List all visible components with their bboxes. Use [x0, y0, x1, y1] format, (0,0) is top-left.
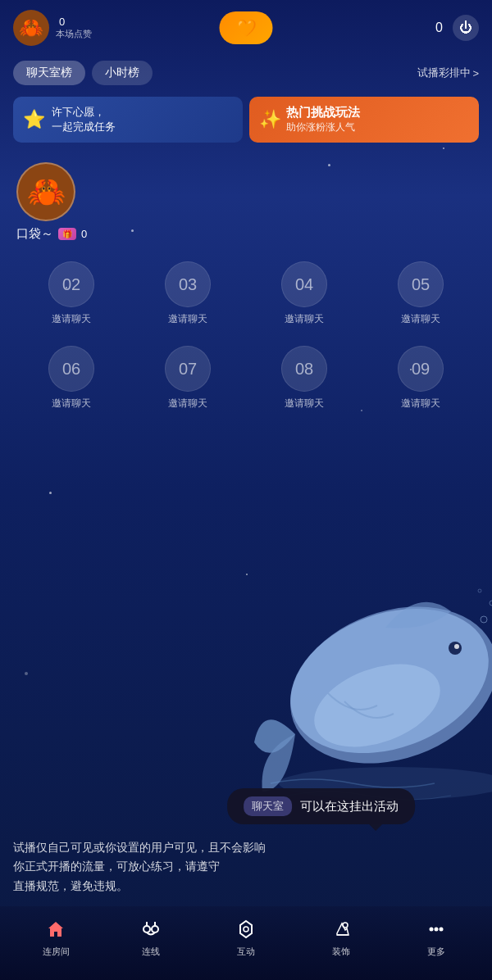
nav-connect-label: 连线: [142, 946, 160, 958]
tabs-row: 聊天室榜 小时榜 试播彩排中 >: [0, 56, 492, 90]
banner-right-icon: ✨: [259, 109, 281, 130]
seat-06-number: 06: [62, 360, 80, 379]
likes-label: 本场点赞: [56, 28, 92, 40]
svg-point-6: [481, 616, 487, 623]
seats-row-2: 06 邀请聊天 07 邀请聊天 08 邀请聊天 09 邀请聊天: [13, 346, 479, 411]
bottom-nav: 连房间 连线 互动: [0, 906, 492, 980]
nav-item-more[interactable]: 更多: [389, 916, 484, 958]
seat-03-number: 03: [179, 275, 197, 294]
more-icon: [423, 916, 449, 942]
seat-03[interactable]: 03 邀请聊天: [155, 261, 221, 326]
svg-point-18: [435, 927, 439, 931]
nav-item-decorate[interactable]: 装饰: [294, 916, 389, 958]
nav-item-room[interactable]: 连房间: [8, 916, 103, 958]
banner-left-text: 许下心愿， 一起完成任务: [52, 105, 116, 134]
seat-02[interactable]: 02 邀请聊天: [39, 261, 104, 326]
banner-left[interactable]: ⭐ 许下心愿， 一起完成任务: [13, 97, 243, 143]
gift-icon: 🎁: [62, 229, 72, 238]
host-name-row: 口袋～ 🎁 0: [16, 226, 87, 242]
notice-line1: 试播仅自己可见或你设置的用户可见，且不会影响: [13, 841, 266, 854]
seat-04[interactable]: 04 邀请聊天: [271, 261, 337, 326]
header-right: 0 ⏻: [435, 15, 479, 41]
svg-point-4: [454, 644, 459, 649]
seat-07[interactable]: 07 邀请聊天: [155, 346, 221, 411]
seat-09-circle: 09: [398, 346, 444, 392]
host-gift-count: 0: [81, 228, 87, 240]
connect-icon: [138, 916, 164, 942]
svg-point-9: [144, 926, 150, 932]
heart-button[interactable]: 🧡: [220, 11, 273, 44]
header-center: 🧡: [220, 11, 273, 44]
seat-05[interactable]: 05 邀请聊天: [388, 261, 453, 326]
nav-more-label: 更多: [427, 946, 445, 958]
host-avatar[interactable]: 🦀: [16, 162, 75, 221]
banner-right-line1: 热门挑战玩法: [286, 105, 360, 120]
seat-07-label: 邀请聊天: [168, 397, 207, 411]
seat-04-label: 邀请聊天: [285, 312, 324, 326]
trial-link[interactable]: 试播彩排中 >: [417, 66, 479, 80]
seat-06-label: 邀请聊天: [52, 397, 91, 411]
nav-room-label: 连房间: [43, 946, 70, 958]
seat-04-number: 04: [295, 275, 313, 294]
notice-line2: 你正式开播的流量，可放心练习，请遵守: [13, 860, 220, 873]
host-gift-badge: 🎁: [58, 228, 76, 240]
tooltip-tag: 聊天室: [244, 796, 292, 816]
seat-04-circle: 04: [281, 261, 327, 307]
header: 🦀 0 本场点赞 🧡 0 ⏻: [0, 0, 492, 56]
svg-point-17: [430, 927, 434, 931]
header-left: 🦀 0 本场点赞: [13, 10, 92, 46]
banner-row: ⭐ 许下心愿， 一起完成任务 ✨ 热门挑战玩法 助你涨粉涨人气: [0, 90, 492, 149]
likes-info: 0 本场点赞: [56, 16, 92, 40]
seat-09[interactable]: 09 邀请聊天: [388, 346, 453, 411]
seat-03-label: 邀请聊天: [168, 312, 207, 326]
banner-left-line2: 一起完成任务: [52, 120, 116, 134]
svg-point-8: [478, 589, 481, 592]
seat-07-circle: 07: [165, 346, 211, 392]
seat-08[interactable]: 08 邀请聊天: [271, 346, 337, 411]
seat-02-label: 邀请聊天: [52, 312, 91, 326]
notice-overlay: 试播仅自己可见或你设置的用户可见，且不会影响 你正式开播的流量，可放心练习，请遵…: [0, 828, 492, 906]
host-name: 口袋～: [16, 226, 53, 242]
banner-right[interactable]: ✨ 热门挑战玩法 助你涨粉涨人气: [249, 97, 479, 143]
seat-07-number: 07: [179, 360, 197, 379]
nav-item-interact[interactable]: 互动: [198, 916, 294, 958]
seat-06-circle: 06: [48, 346, 94, 392]
whale-illustration: [246, 488, 492, 816]
banner-right-text: 热门挑战玩法 助你涨粉涨人气: [286, 105, 360, 134]
seat-08-circle: 08: [281, 346, 327, 392]
tab-chat-rank[interactable]: 聊天室榜: [13, 61, 85, 85]
svg-marker-13: [240, 921, 252, 937]
tooltip-text: 可以在这挂出活动: [300, 799, 399, 814]
banner-right-line2: 助你涨粉涨人气: [286, 120, 360, 134]
decorate-icon: [328, 916, 354, 942]
svg-point-19: [440, 927, 444, 931]
room-icon: [43, 916, 69, 942]
seat-08-number: 08: [295, 360, 313, 379]
nav-item-connect[interactable]: 连线: [103, 916, 198, 958]
svg-point-15: [343, 923, 348, 928]
likes-count: 0: [59, 16, 92, 28]
tab-hour-rank[interactable]: 小时榜: [92, 61, 153, 85]
interact-icon: [233, 916, 259, 942]
seat-05-circle: 05: [398, 261, 444, 307]
power-button[interactable]: ⏻: [453, 15, 479, 41]
seat-05-number: 05: [412, 275, 430, 294]
trial-link-text: 试播彩排中: [417, 66, 471, 80]
nav-interact-label: 互动: [237, 946, 255, 958]
banner-left-line1: 许下心愿，: [52, 105, 116, 120]
banner-left-icon: ⭐: [23, 109, 45, 130]
user-avatar-container[interactable]: 🦀: [13, 10, 49, 46]
user-avatar: 🦀: [13, 10, 49, 46]
seat-05-label: 邀请聊天: [401, 312, 440, 326]
tab-chat-rank-label: 聊天室榜: [26, 66, 72, 79]
seat-09-number: 09: [412, 360, 430, 379]
seat-09-label: 邀请聊天: [401, 397, 440, 411]
seat-06[interactable]: 06 邀请聊天: [39, 346, 104, 411]
seats-section: 02 邀请聊天 03 邀请聊天 04 邀请聊天 05 邀请聊天 06: [0, 248, 492, 443]
notice-line3: 直播规范，避免违规。: [13, 879, 128, 892]
seat-02-number: 02: [62, 275, 80, 294]
nav-decorate-label: 装饰: [332, 946, 350, 958]
tab-hour-rank-label: 小时榜: [105, 66, 139, 79]
seat-02-circle: 02: [48, 261, 94, 307]
power-icon: ⏻: [459, 20, 472, 35]
